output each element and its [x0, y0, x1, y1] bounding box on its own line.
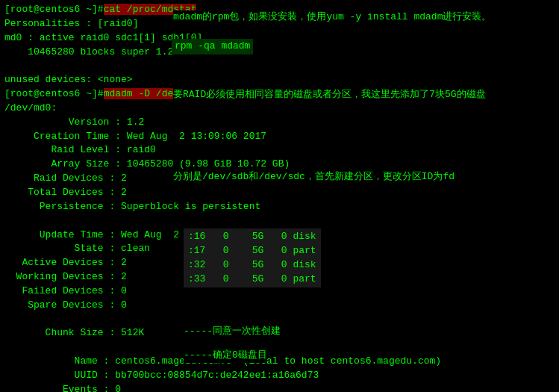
overlay-rpm-box: rpm -qa mdadm — [172, 39, 253, 55]
overlay-chinese-2: 要RAID必须使用相同容量的磁盘或者分区，我这里先添加了7块5G的磁盘 — [173, 88, 486, 102]
terminal-window: [root@centos6 ~]#cat /proc/mdstat Person… — [0, 0, 559, 392]
line-10: Creation Time : Wed Aug 2 13:09:06 2017 — [4, 130, 555, 144]
line-3: md0 : active raid0 sdc1[1] sdb1[0] — [4, 31, 555, 46]
line-8: /dev/md0: — [4, 102, 555, 116]
overlay-chinese-3: 分别是/dev/sdb和/dev/sdc，首先新建分区，更改分区ID为fd — [173, 170, 455, 184]
line-27: UUID : bb700bcc:08854d7c:de242ee1:a16a6d… — [4, 369, 555, 383]
line-6: unused devices: <none> — [4, 73, 555, 87]
line-4: 10465280 blocks super 1.2 512k chunks — [4, 46, 555, 60]
line-5 — [4, 59, 555, 73]
overlay-disk-box: :16 0 5G 0 disk :17 0 5G 0 part :32 0 5G… — [184, 228, 321, 287]
line-28: Events : 0 — [4, 383, 555, 392]
line-25 — [4, 340, 555, 355]
line-11: Raid Level : raid0 — [4, 143, 555, 158]
line-16 — [4, 214, 555, 228]
line-15: Persistence : Superblock is persistent — [4, 200, 555, 214]
prompt-1: [root@centos6 ~]# — [4, 4, 104, 15]
line-9: Version : 1.2 — [4, 116, 555, 130]
line-22: Spare Devices : 0 — [4, 299, 555, 313]
overlay-chinese-1: mdadm的rpm包，如果没安装，使用yum -y install mdadm进… — [173, 10, 491, 25]
line-26: Name : centos6.magedu.com:0 (local to ho… — [4, 355, 555, 369]
prompt-2: [root@centos6 ~]# — [4, 88, 104, 99]
overlay-chinese-5: -----确定0磁盘目 — [184, 349, 267, 363]
overlay-chinese-4: -----同意一次性创建 — [184, 325, 281, 339]
line-14: Total Devices : 2 — [4, 186, 555, 200]
